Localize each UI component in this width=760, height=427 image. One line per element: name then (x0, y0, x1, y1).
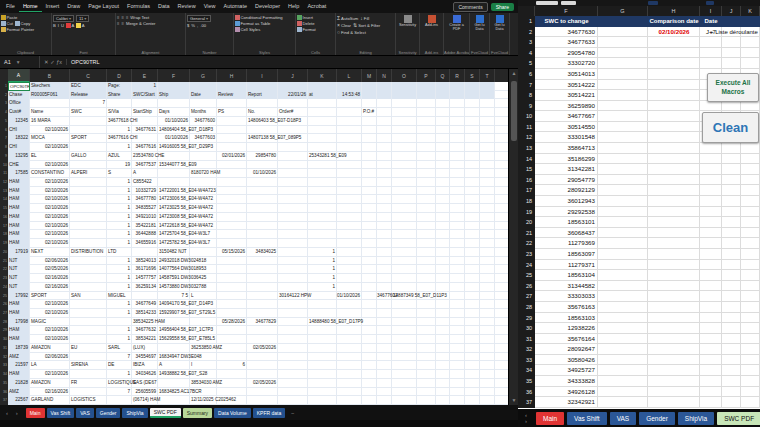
clear-icon[interactable]: ×Clear (337, 22, 351, 28)
cell-e37[interactable]: (06714) HAM (133, 396, 160, 405)
cell-d14[interactable]: 1 (107, 195, 130, 204)
comparison-date-header[interactable]: Comparison date (648, 16, 700, 27)
cell-d34[interactable]: 1 (107, 370, 130, 379)
column-header-h[interactable]: H (217, 69, 247, 82)
cell-c2[interactable]: Release (71, 91, 88, 100)
font-color-icon[interactable]: A (66, 23, 74, 28)
row-header-34[interactable]: 34 (518, 365, 532, 376)
cell-d33[interactable]: DE (108, 361, 114, 370)
cell-b28[interactable]: MAGIC (31, 318, 46, 327)
create-pdf-icon[interactable]: Create a PDF (445, 15, 468, 32)
cell-j2[interactable]: 22/01/26 (278, 91, 306, 100)
cell-g2[interactable]: Date (191, 91, 201, 100)
menu-tab-insert[interactable]: Insert (42, 1, 64, 12)
cell-b29[interactable]: 02/10/2026 (30, 326, 68, 335)
column-header-e[interactable]: E (132, 69, 158, 82)
sheet-tab-vas-shift[interactable]: Vas Shift (567, 412, 607, 425)
underline-icon[interactable]: U (61, 23, 64, 28)
row-header-14[interactable]: 14 (0, 195, 8, 204)
cell-d18[interactable]: 1 (107, 230, 130, 239)
font-size-combo[interactable]: 11▾ (76, 15, 89, 22)
cell-k22[interactable]: 1 (308, 265, 335, 274)
row-header-20[interactable]: 20 (0, 248, 8, 257)
cell-i2[interactable]: Report (248, 91, 262, 100)
cell-b16[interactable]: 02/10/2026 (30, 213, 68, 222)
cell-f2[interactable]: Ship (159, 91, 168, 100)
cell-b11[interactable]: CONSTANTINO (31, 169, 64, 178)
cell-b1[interactable]: Skechers (31, 82, 50, 91)
cell-f19[interactable]: 14725782 58_E04-W3L7 (159, 239, 210, 248)
row-header-10[interactable]: 10 (0, 161, 8, 170)
cell-h33[interactable]: 6 (217, 361, 245, 370)
swc-value-cell-f29[interactable]: 18563103 (535, 313, 595, 324)
row-header-27[interactable]: 27 (0, 309, 8, 318)
cell-i35[interactable]: 02/05/2026 (247, 379, 276, 388)
sheet-tab-vas[interactable]: VAS (76, 408, 94, 418)
cell-e26[interactable]: 34677649 (132, 300, 156, 309)
sheet-nav-arrows[interactable]: ‹ › (3, 410, 24, 416)
cell-i11[interactable]: 01/10/2026 (247, 169, 276, 178)
cell-a19[interactable]: HAM (9, 239, 19, 248)
swc-value-cell-f28[interactable]: 35676163 (535, 302, 595, 313)
cell-f13[interactable]: 14722001 58_E04-W4A723 (159, 187, 216, 196)
swc-to-change-header[interactable]: SWC to change (535, 16, 598, 27)
sheet-tab-data-volume[interactable]: Data Volume (214, 408, 251, 418)
row-header-10[interactable]: 10 (518, 111, 532, 122)
cell-a4[interactable]: Cust# (9, 108, 21, 117)
swc-value-cell-f34[interactable]: 34925727 (535, 365, 595, 376)
cell-a27[interactable]: HAM (9, 309, 19, 318)
cell-d17[interactable]: 1 (107, 222, 130, 231)
cell-c9[interactable]: GALLO (71, 152, 86, 161)
fx-icon[interactable]: ✕ ✓ ƒx (40, 59, 67, 65)
cell-h28[interactable]: 05/28/2026 (217, 318, 245, 327)
cell-j25[interactable]: 30164122 HPW (279, 292, 311, 301)
row-header-25[interactable]: 25 (518, 270, 532, 281)
cell-b35[interactable]: AMAZON (31, 379, 51, 388)
cell-b21[interactable]: 02/06/2026 (30, 257, 68, 266)
cell-a30[interactable]: HAM (9, 335, 19, 344)
cell-d4[interactable]: S/Via (108, 108, 119, 117)
swc-value-cell-f10[interactable]: 34677667 (535, 111, 595, 122)
row-header-27[interactable]: 27 (518, 291, 532, 302)
comma-icon[interactable]: , (197, 23, 198, 28)
swc-value-cell-f12[interactable]: 33301548 (535, 132, 595, 143)
cell-k2[interactable]: at (309, 91, 313, 100)
row-header-4[interactable]: 4 (0, 108, 8, 117)
cell-c33[interactable]: SIRENA (71, 361, 88, 370)
cell-b15[interactable]: 02/10/2026 (30, 204, 68, 213)
sheet-tab-shipvia[interactable]: ShipVia (122, 408, 147, 418)
cell-f27[interactable]: 15929907 58_E07_ST29L5 (159, 309, 215, 318)
scrollbar-thumb[interactable] (511, 81, 517, 141)
column-header-g[interactable]: G (190, 69, 217, 82)
cell-d20[interactable]: LTD (108, 248, 116, 257)
cell-d24[interactable]: 1 (107, 283, 130, 292)
row-header-28[interactable]: 28 (0, 318, 8, 327)
cell-f4[interactable]: Days (159, 108, 169, 117)
cell-e32[interactable]: 34554697 (132, 353, 156, 362)
cell-f20[interactable]: 3150482 NJT (159, 248, 187, 257)
cell-e6[interactable]: 34677631 (132, 126, 156, 135)
row-header-15[interactable]: 15 (518, 164, 532, 175)
cell-a23[interactable]: NJT (9, 274, 17, 283)
row-header-25[interactable]: 25 (0, 292, 8, 301)
swc-value-cell-f21[interactable]: 36068437 (535, 228, 595, 239)
row-header-9[interactable]: 9 (0, 152, 8, 161)
cell-c25[interactable]: SAN (71, 292, 80, 301)
font-name-combo[interactable]: Calibri▾ (53, 15, 74, 22)
column-header-f[interactable]: F (535, 6, 598, 16)
cell-f26[interactable]: 14094170 58_E07_D14P3 (159, 300, 213, 309)
cell-g25[interactable]: L (191, 292, 194, 301)
delete-cells-icon[interactable]: Delete (297, 21, 315, 26)
row-header-36[interactable]: 36 (0, 388, 8, 397)
sort-filter-icon[interactable]: ⇅Sort & Filter (353, 22, 380, 28)
row-header-16[interactable]: 16 (518, 175, 532, 186)
row-header-28[interactable]: 28 (518, 302, 532, 313)
column-header-o[interactable]: O (392, 69, 417, 82)
row-header-21[interactable]: 21 (518, 228, 532, 239)
cell-d13[interactable]: 1 (107, 187, 130, 196)
column-header-h[interactable]: H (648, 6, 700, 16)
column-header-k[interactable]: K (741, 6, 760, 16)
comments-button[interactable]: Comments (453, 2, 487, 12)
cell-i4[interactable]: No. (248, 108, 255, 117)
row-header-31[interactable]: 31 (518, 334, 532, 345)
